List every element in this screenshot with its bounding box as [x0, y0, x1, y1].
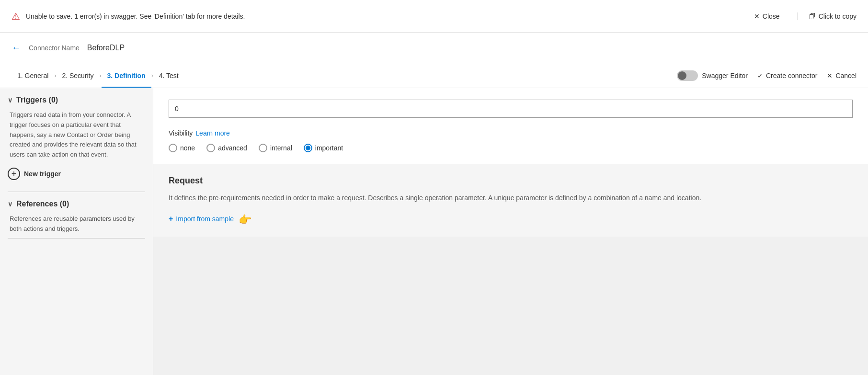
left-sidebar: ∨ Triggers (0) Triggers read data in fro…	[0, 88, 153, 375]
sidebar-divider-2	[8, 238, 145, 239]
connector-name-value: BeforeDLP	[87, 44, 125, 52]
tab-definition-label: 3. Definition	[107, 72, 146, 80]
back-icon: ←	[11, 42, 21, 53]
cancel-button[interactable]: ✕ Cancel	[827, 72, 857, 80]
tab-general[interactable]: 1. General	[11, 63, 54, 88]
plus-circle-icon: +	[8, 168, 20, 180]
references-section-header[interactable]: ∨ References (0)	[8, 200, 145, 208]
radio-important-label: important	[315, 144, 343, 152]
tab-test[interactable]: 4. Test	[153, 63, 184, 88]
new-trigger-label: New trigger	[24, 170, 61, 178]
copy-icon: 🗍	[809, 12, 816, 20]
import-plus-icon: +	[169, 215, 173, 223]
radio-none-label: none	[180, 144, 195, 152]
right-panel: Visibility Learn more none advanced inte…	[153, 88, 868, 375]
connector-name-label: Connector Name	[29, 44, 80, 52]
radio-advanced[interactable]: advanced	[206, 144, 247, 152]
radio-internal-label: internal	[270, 144, 292, 152]
learn-more-link[interactable]: Learn more	[195, 129, 230, 137]
radio-circle-internal	[259, 144, 267, 152]
triggers-section-header[interactable]: ∨ Triggers (0)	[8, 96, 145, 104]
radio-internal[interactable]: internal	[259, 144, 292, 152]
copy-button[interactable]: 🗍 Click to copy	[797, 12, 857, 20]
back-button[interactable]: ←	[11, 42, 21, 53]
new-trigger-button[interactable]: + New trigger	[8, 168, 145, 180]
request-card: Request It defines the pre-requirements …	[153, 164, 868, 237]
visibility-row: Visibility Learn more	[169, 129, 853, 137]
request-title: Request	[169, 176, 853, 186]
main-card: Visibility Learn more none advanced inte…	[153, 88, 868, 164]
error-icon: ⚠	[11, 11, 20, 22]
references-description: References are reusable parameters used …	[8, 214, 145, 234]
radio-none[interactable]: none	[169, 144, 195, 152]
sidebar-divider-1	[8, 192, 145, 192]
visibility-label: Visibility	[169, 129, 193, 137]
radio-circle-advanced	[206, 144, 215, 152]
close-icon: ✕	[754, 12, 760, 20]
radio-circle-none	[169, 144, 177, 152]
error-banner: ⚠ Unable to save. 1 error(s) in swagger.…	[0, 0, 868, 33]
cancel-label: Cancel	[835, 72, 857, 80]
tab-general-label: 1. General	[17, 72, 48, 80]
triggers-header-label: Triggers (0)	[16, 96, 58, 104]
triggers-description: Triggers read data in from your connecto…	[8, 110, 145, 160]
main-content: ∨ Triggers (0) Triggers read data in fro…	[0, 88, 868, 375]
create-connector-label: Create connector	[766, 72, 817, 80]
references-section: ∨ References (0) References are reusable…	[8, 200, 145, 234]
cursor-hand-icon: 👉	[239, 214, 251, 226]
import-from-sample-button[interactable]: + Import from sample 👉	[169, 213, 853, 225]
references-header-label: References (0)	[16, 200, 69, 208]
import-label: Import from sample	[176, 215, 234, 223]
copy-label: Click to copy	[819, 12, 857, 20]
close-button[interactable]: ✕ Close	[754, 12, 780, 20]
check-icon: ✓	[757, 72, 763, 80]
toggle-knob	[678, 71, 686, 80]
tab-definition[interactable]: 3. Definition	[102, 63, 151, 88]
swagger-editor-toggle[interactable]	[677, 70, 698, 81]
tab-security[interactable]: 2. Security	[56, 63, 99, 88]
error-message: Unable to save. 1 error(s) in swagger. S…	[26, 12, 748, 20]
swagger-editor-label: Swagger Editor	[702, 72, 748, 80]
references-chevron-icon: ∨	[8, 200, 12, 208]
radio-circle-important	[304, 144, 312, 152]
main-input[interactable]	[169, 100, 853, 118]
close-label: Close	[763, 12, 780, 20]
radio-important[interactable]: important	[304, 144, 343, 152]
triggers-chevron-icon: ∨	[8, 96, 12, 104]
create-connector-button[interactable]: ✓ Create connector	[757, 72, 817, 80]
nav-tabs: 1. General › 2. Security › 3. Definition…	[0, 63, 868, 88]
radio-advanced-label: advanced	[218, 144, 247, 152]
tab-security-label: 2. Security	[62, 72, 93, 80]
tab-test-label: 4. Test	[159, 72, 179, 80]
swagger-editor-toggle-area: Swagger Editor	[677, 70, 748, 81]
radio-group: none advanced internal important	[169, 144, 853, 152]
cancel-x-icon: ✕	[827, 72, 833, 80]
header-row: ← Connector Name BeforeDLP	[0, 33, 868, 63]
request-description: It defines the pre-requirements needed i…	[169, 193, 853, 203]
